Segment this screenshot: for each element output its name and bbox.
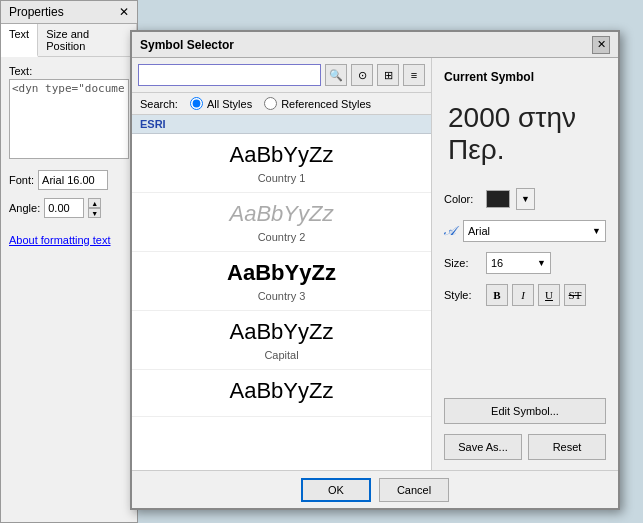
cancel-button[interactable]: Cancel — [379, 478, 449, 502]
search-input[interactable] — [138, 64, 321, 86]
radio-referenced-styles[interactable]: Referenced Styles — [264, 97, 371, 110]
size-row: Size: 16 ▼ — [444, 252, 606, 274]
font-row: Font: — [9, 170, 129, 190]
symbol-preview-country1: AaBbYyZz — [230, 142, 334, 168]
size-label: Size: — [444, 257, 480, 269]
style-label: Style: — [444, 289, 480, 301]
search-label: Search: — [140, 98, 178, 110]
tab-text[interactable]: Text — [1, 24, 38, 57]
current-symbol-title: Current Symbol — [444, 70, 606, 84]
style-row: Style: B I U ST — [444, 284, 606, 306]
dialog-left-panel: 🔍 ⊙ ⊞ ≡ Search: All Styles Referenced St… — [132, 58, 432, 508]
properties-tabs: Text Size and Position — [1, 24, 137, 57]
symbol-name-country1: Country 1 — [258, 172, 306, 184]
symbol-preview-capital: AaBbYyZz — [230, 319, 334, 345]
ok-button[interactable]: OK — [301, 478, 371, 502]
angle-row: Angle: ▲ ▼ — [9, 198, 129, 218]
radio-ref-label: Referenced Styles — [281, 98, 371, 110]
tab-size-position[interactable]: Size and Position — [38, 24, 137, 56]
edit-symbol-button[interactable]: Edit Symbol... — [444, 398, 606, 424]
angle-down-btn[interactable]: ▼ — [88, 208, 101, 218]
style-buttons: B I U ST — [486, 284, 586, 306]
symbol-item-country2[interactable]: AaBbYyZz Country 2 — [132, 193, 431, 252]
symbol-item-country1[interactable]: AaBbYyZz Country 1 — [132, 134, 431, 193]
dialog-title: Symbol Selector — [140, 38, 234, 52]
symbol-preview-extra: AaBbYyZz — [230, 378, 334, 404]
symbol-list: ESRI AaBbYyZz Country 1 AaBbYyZz Country… — [132, 115, 431, 508]
font-icon-label: 𝒜 — [444, 223, 455, 239]
color-dropdown-arrow: ▼ — [521, 194, 530, 204]
symbol-preview-country3: AaBbYyZz — [227, 260, 336, 286]
symbol-name-country2: Country 2 — [258, 231, 306, 243]
symbol-group-esri: ESRI — [132, 115, 431, 134]
about-formatting-link[interactable]: About formatting text — [9, 234, 129, 246]
dialog-titlebar: Symbol Selector ✕ — [132, 32, 618, 58]
dialog-footer: OK Cancel — [132, 470, 618, 508]
symbol-item-extra[interactable]: AaBbYyZz — [132, 370, 431, 417]
font-dropdown-value: Arial — [468, 225, 490, 237]
angle-label: Angle: — [9, 202, 40, 214]
color-swatch[interactable] — [486, 190, 510, 208]
strikethrough-button[interactable]: ST — [564, 284, 586, 306]
font-row-dialog: 𝒜 Arial ▼ — [444, 220, 606, 242]
radio-all-label: All Styles — [207, 98, 252, 110]
radio-ref-input[interactable] — [264, 97, 277, 110]
angle-up-btn[interactable]: ▲ — [88, 198, 101, 208]
search-options: Search: All Styles Referenced Styles — [132, 93, 431, 115]
grid-view-button[interactable]: ⊞ — [377, 64, 399, 86]
italic-button[interactable]: I — [512, 284, 534, 306]
current-symbol-preview: 2000 στην Περ. — [444, 98, 606, 170]
bold-button[interactable]: B — [486, 284, 508, 306]
symbol-name-country3: Country 3 — [258, 290, 306, 302]
size-dropdown[interactable]: 16 ▼ — [486, 252, 551, 274]
color-dropdown[interactable]: ▼ — [516, 188, 535, 210]
text-label: Text: — [9, 65, 129, 77]
radio-all-styles[interactable]: All Styles — [190, 97, 252, 110]
properties-titlebar: Properties ✕ — [1, 1, 137, 24]
radio-all-input[interactable] — [190, 97, 203, 110]
font-dropdown-arrow: ▼ — [592, 226, 601, 236]
save-reset-row: Save As... Reset — [444, 434, 606, 460]
font-input[interactable] — [38, 170, 108, 190]
font-dropdown[interactable]: Arial ▼ — [463, 220, 606, 242]
properties-panel: Properties ✕ Text Size and Position Text… — [0, 0, 138, 523]
properties-title-label: Properties — [9, 5, 64, 19]
dialog-right-panel: Current Symbol 2000 στην Περ. Color: ▼ 𝒜… — [432, 58, 618, 508]
symbol-name-capital: Capital — [264, 349, 298, 361]
size-dropdown-value: 16 — [491, 257, 503, 269]
color-row: Color: ▼ — [444, 188, 606, 210]
reset-button[interactable]: Reset — [528, 434, 606, 460]
symbol-preview-country2: AaBbYyZz — [230, 201, 334, 227]
properties-body: Text: <dyn type="docume Font: Angle: ▲ ▼… — [1, 57, 137, 254]
save-as-button[interactable]: Save As... — [444, 434, 522, 460]
search-button[interactable]: 🔍 — [325, 64, 347, 86]
search-bar: 🔍 ⊙ ⊞ ≡ — [132, 58, 431, 93]
symbol-item-country3[interactable]: AaBbYyZz Country 3 — [132, 252, 431, 311]
text-input[interactable]: <dyn type="docume — [9, 79, 129, 159]
font-label: Font: — [9, 174, 34, 186]
color-label: Color: — [444, 193, 480, 205]
search-options-button[interactable]: ⊙ — [351, 64, 373, 86]
angle-input[interactable] — [44, 198, 84, 218]
properties-close-icon[interactable]: ✕ — [119, 5, 129, 19]
underline-button[interactable]: U — [538, 284, 560, 306]
angle-spinner[interactable]: ▲ ▼ — [88, 198, 101, 218]
symbol-item-capital[interactable]: AaBbYyZz Capital — [132, 311, 431, 370]
size-dropdown-arrow: ▼ — [537, 258, 546, 268]
list-view-button[interactable]: ≡ — [403, 64, 425, 86]
dialog-close-button[interactable]: ✕ — [592, 36, 610, 54]
symbol-selector-dialog: Symbol Selector ✕ 🔍 ⊙ ⊞ ≡ Search: All St… — [130, 30, 620, 510]
